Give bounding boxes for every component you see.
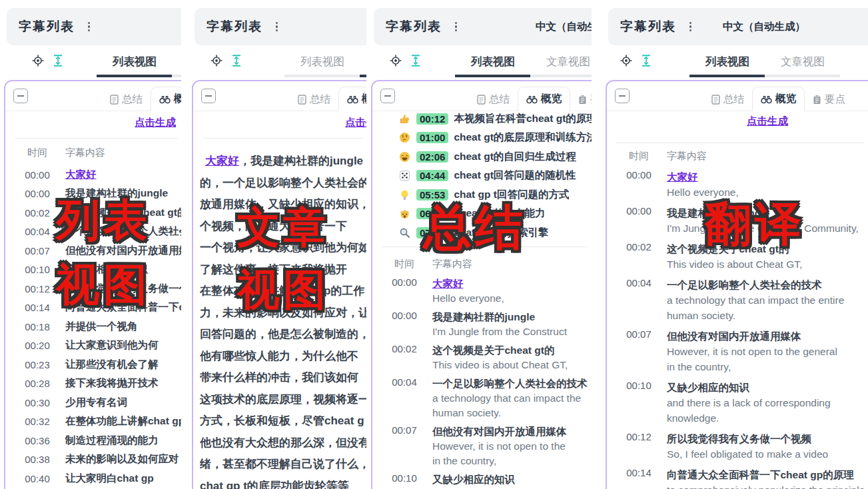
subtitle-row[interactable]: 00:23让那些没有机会了解 xyxy=(5,355,181,374)
tab-list-view[interactable]: 列表视图 xyxy=(284,55,360,77)
subtitle-text-cn[interactable]: 所以我觉得我有义务做一个视频 xyxy=(667,431,868,446)
subtitle-text-cn[interactable]: 我是建构社群的jungle xyxy=(65,187,181,201)
subtitle-row[interactable]: 00:38未来的影响以及如何应对 xyxy=(5,450,181,470)
subtab-overview[interactable]: 概览 xyxy=(151,87,181,111)
subtitle-text-cn[interactable]: 又缺少相应的知识 xyxy=(432,472,592,487)
subtitle-timestamp[interactable]: 00:04 xyxy=(372,376,423,420)
expand-vertical-icon[interactable] xyxy=(231,55,242,67)
article-line[interactable]: 他有哪些惊人能力，为什么他不 xyxy=(200,346,366,368)
article-line[interactable]: 力，未来的影响以及如何应对，让 xyxy=(200,302,366,324)
subtitle-timestamp[interactable]: 00:36 xyxy=(5,435,56,446)
subtitle-timestamp[interactable]: 00:00 xyxy=(607,169,657,200)
subtab-overview[interactable]: 概览 xyxy=(518,87,570,111)
subtitle-row[interactable]: 00:04一个足以影响整个人类社会的技术a technology that ca… xyxy=(372,374,592,422)
article-line[interactable]: 这项技术的底层原理，视频将逐一 xyxy=(200,389,366,411)
subtitle-timestamp[interactable]: 00:07 xyxy=(5,245,56,256)
subtitle-timestamp[interactable]: 00:00 xyxy=(607,205,657,236)
chapter-title[interactable]: cheat gt回答问题的随机性 xyxy=(454,169,576,183)
subtab-summary[interactable]: 总结 xyxy=(102,88,151,111)
subtab-summary[interactable]: 总结 xyxy=(703,88,752,111)
chapter-timestamp-badge[interactable]: 00:12 xyxy=(416,113,448,125)
subtitle-timestamp[interactable]: 00:10 xyxy=(372,472,423,487)
subtitle-row[interactable]: 00:40让大家明白chat gp xyxy=(5,469,181,488)
subtitle-row[interactable]: 00:00大家好Hello everyone, xyxy=(372,274,592,308)
chapter-row[interactable]: 00:12本视频旨在科普cheat gt的原理 xyxy=(372,109,592,129)
subtitle-row[interactable]: 00:04一个足以影响整个人类社会的技术a technology that ca… xyxy=(607,274,868,326)
chapter-row[interactable]: 02:06cheat gt的自回归生成过程 xyxy=(372,147,592,167)
chapter-title[interactable]: cheat gt的惊人能力 xyxy=(454,207,545,221)
subtitle-timestamp[interactable]: 00:12 xyxy=(607,431,657,462)
subtitle-text-link[interactable]: 大家好 xyxy=(667,169,868,185)
chapter-title[interactable]: 本视频旨在科普cheat gt的原理 xyxy=(454,112,592,126)
subtitle-row[interactable]: 00:00我是建构社群的jungleI'm Jungle from the Co… xyxy=(372,308,592,341)
chapter-timestamp-badge[interactable]: 06:31 xyxy=(416,208,448,219)
subtitle-text-link[interactable]: 大家好 xyxy=(65,168,181,182)
subtab-summary[interactable]: 总结 xyxy=(290,88,338,111)
generate-button[interactable]: 点击生成 xyxy=(345,116,366,130)
article-line[interactable]: 的，一个足以影响整个人类社会的 xyxy=(200,173,366,195)
tab-article-view[interactable]: 文章视图 xyxy=(765,55,840,77)
article-subtitle-link[interactable]: 大家好 xyxy=(205,155,239,167)
tab-list-view[interactable]: 列表视图 xyxy=(97,55,172,77)
subtitle-row[interactable]: 00:04一个足以影响整个人类社会的技术 xyxy=(5,223,181,242)
subtitle-text-cn[interactable]: 但他没有对国内开放通用媒体 xyxy=(432,424,592,439)
subtitle-row[interactable]: 00:00大家好Hello everyone, xyxy=(607,167,868,203)
expand-vertical-icon[interactable] xyxy=(641,55,651,67)
subtitle-text-cn[interactable]: 在整体功能上讲解chat gp的工作 xyxy=(65,414,181,428)
locate-crosshair-icon[interactable] xyxy=(211,55,222,67)
subtab-summary[interactable]: 总结 xyxy=(469,88,518,111)
article-line[interactable]: 回答问题的，他是怎么被制造的， xyxy=(200,324,366,346)
locate-crosshair-icon[interactable] xyxy=(620,55,632,67)
chapter-row[interactable]: 01:00cheat gt的底层原理和训练方法 xyxy=(372,129,592,148)
article-line[interactable]: 方式，长板和短板，尽管cheat g xyxy=(200,410,366,432)
locate-crosshair-icon[interactable] xyxy=(390,55,402,67)
subtitle-timestamp[interactable]: 00:12 xyxy=(5,283,56,294)
generate-button[interactable]: 点击生成 xyxy=(135,116,176,130)
subtitle-row[interactable]: 00:10又缺少相应的知识 xyxy=(372,470,592,489)
subtitle-row[interactable]: 00:00我是建构社群的jungle xyxy=(5,185,181,204)
subtitle-row[interactable]: 00:00我是建构社群的jungleI'm Jungle from the Co… xyxy=(607,203,868,239)
subtitle-row[interactable]: 00:12所以我觉得我有义务做一个视频So, I feel obligated … xyxy=(607,428,868,464)
tab-article-view[interactable]: 文章视图 xyxy=(360,55,366,77)
article-line[interactable]: 一个视角，让大家意识到他为何如 xyxy=(200,237,366,259)
subtitle-timestamp[interactable]: 00:20 xyxy=(5,340,56,351)
generate-button[interactable]: 点击生成 xyxy=(747,115,788,129)
subtitle-timestamp[interactable]: 00:10 xyxy=(607,380,657,426)
subtitle-timestamp[interactable]: 00:00 xyxy=(372,310,423,339)
subtitle-text-cn[interactable]: 少用专有名词 xyxy=(65,396,181,410)
subtitle-row[interactable]: 00:00大家好 xyxy=(5,165,181,185)
subtitle-text-cn[interactable]: 一个足以影响整个人类社会的技术 xyxy=(667,277,868,292)
tab-list-view[interactable]: 列表视图 xyxy=(455,55,530,77)
subtitle-row[interactable]: 00:12所以我觉得我有义务做一个视频 xyxy=(5,279,181,298)
chapter-title[interactable]: chat gp t与搜索引擎 xyxy=(454,226,548,240)
subtitle-row[interactable]: 00:20让大家意识到他为何 xyxy=(5,336,181,356)
subtitle-row[interactable]: 00:30少用专有名词 xyxy=(5,393,181,412)
subtitle-timestamp[interactable]: 00:02 xyxy=(5,207,56,219)
chapter-timestamp-badge[interactable]: 05:53 xyxy=(416,189,448,201)
chapter-title[interactable]: cheat gt的自回归生成过程 xyxy=(454,150,576,164)
subtitle-text-cn[interactable]: 所以我觉得我有义务做一个视频 xyxy=(65,282,181,296)
article-line[interactable]: chat gp t的底层功能齿轮等等 xyxy=(200,476,366,489)
subtitle-text-cn[interactable]: 但他没有对国内开放通用媒体 xyxy=(667,328,868,344)
subtitle-row[interactable]: 00:28接下来我将抛开技术 xyxy=(5,374,181,394)
subtitle-row[interactable]: 00:10又缺少相应的知识and there is a lack of corr… xyxy=(607,377,868,428)
collapse-button[interactable] xyxy=(380,89,395,103)
subtitle-row[interactable]: 00:02这个视频是关于cheat gt的 xyxy=(5,203,181,223)
article-line[interactable]: 了解这件事，接下来我将抛开 xyxy=(200,259,366,281)
expand-vertical-icon[interactable] xyxy=(53,55,63,67)
subtitle-row[interactable]: 00:32在整体功能上讲解chat gp的工作 xyxy=(5,412,181,432)
subtitle-timestamp[interactable]: 00:14 xyxy=(5,302,56,313)
subtitle-row[interactable]: 00:07但他没有对国内开放通用媒体However, it is not ope… xyxy=(607,326,868,377)
chapter-timestamp-badge[interactable]: 01:00 xyxy=(416,132,448,143)
article-line[interactable]: 放通用媒体，又缺少相应的知识， xyxy=(200,194,366,216)
kebab-menu-icon[interactable] xyxy=(273,19,280,35)
collapse-button[interactable] xyxy=(13,89,28,103)
subtitle-text-cn[interactable]: 我是建构社群的jungle xyxy=(432,310,592,324)
subtitle-text-cn[interactable]: 让大家明白chat gp xyxy=(65,472,181,486)
subtitle-row[interactable]: 00:10又缺少相应的知识 xyxy=(5,260,181,280)
subtitle-row[interactable]: 00:02这个视频是关于cheat gt的This video is about… xyxy=(372,341,592,374)
subtitle-text-cn[interactable]: 未来的影响以及如何应对 xyxy=(65,452,181,466)
subtitle-row[interactable]: 00:07但他没有对国内开放通用媒体However, it is not ope… xyxy=(372,422,592,470)
chapter-row[interactable]: 07:15chat gp t与搜索引擎 xyxy=(372,223,592,243)
subtitle-timestamp[interactable]: 00:02 xyxy=(607,241,657,272)
